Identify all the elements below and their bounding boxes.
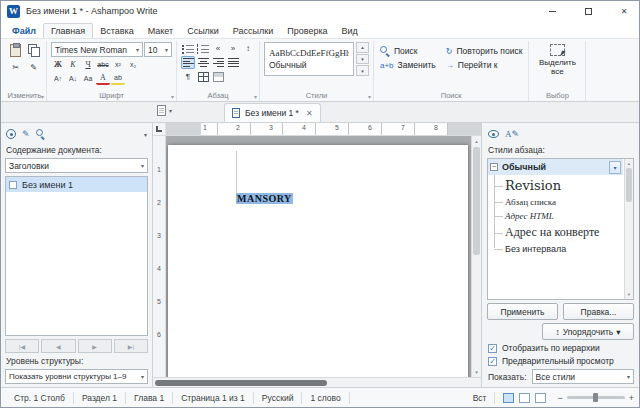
menu-file[interactable]: Файл (5, 24, 43, 38)
scroll-down-icon[interactable]: ▾ (625, 292, 633, 297)
preview-checkbox-row[interactable]: ✓ Предварительный просмотр (487, 356, 634, 366)
show-styles-select[interactable]: Все стили ▾ (532, 369, 635, 384)
change-case-button[interactable]: Аа (81, 72, 95, 85)
grow-font-button[interactable]: А↑ (51, 72, 65, 85)
font-size-select[interactable]: 10 ▾ (144, 42, 172, 57)
select-all-button[interactable]: Выделить все (533, 42, 581, 76)
align-left-button[interactable] (181, 56, 195, 69)
menu-references[interactable]: Ссылки (180, 24, 226, 38)
menu-review[interactable]: Проверка (280, 24, 334, 38)
scrollbar-thumb[interactable] (626, 168, 632, 202)
dialog-launcher-icon[interactable]: ▾ (254, 93, 257, 100)
tab-stop-selector-icon[interactable] (156, 126, 162, 132)
menu-mailings[interactable]: Рассылки (226, 24, 280, 38)
panel-menu-icon[interactable]: ▾ (144, 131, 147, 138)
style-item-list-paragraph[interactable]: Абзац списка (488, 195, 623, 209)
nav-first-button[interactable]: |◀ (5, 339, 39, 353)
copy-button[interactable] (26, 44, 41, 57)
align-justify-button[interactable] (226, 56, 240, 69)
collapse-icon[interactable]: − (490, 163, 498, 171)
style-dropdown-button[interactable]: ▾ (609, 161, 621, 174)
strikethrough-button[interactable]: abc (96, 58, 110, 71)
style-gallery-item[interactable]: AaBbCcDdEeFfGgHhIiJj Обычный (264, 42, 354, 76)
style-item-normal[interactable]: − Обычный ▾ (488, 159, 623, 175)
close-tab-icon[interactable]: ✕ (306, 109, 313, 118)
status-language[interactable]: Русский (254, 392, 303, 404)
outline-filter-select[interactable]: Заголовки ▾ (5, 158, 148, 173)
vertical-scrollbar[interactable]: ▴ ▾ (471, 136, 481, 377)
document-page[interactable]: MANSORY (168, 145, 468, 377)
nav-prev-button[interactable]: ◀ (41, 339, 75, 353)
horizontal-ruler[interactable]: 1 2 3 4 5 6 7 8 (153, 123, 481, 136)
menu-insert[interactable]: Вставка (93, 24, 140, 38)
selected-text[interactable]: MANSORY (236, 193, 293, 204)
menu-layout[interactable]: Макет (141, 24, 180, 38)
dialog-launcher-icon[interactable]: ▾ (41, 93, 44, 100)
cut-button[interactable]: ✂ (9, 61, 23, 74)
search-icon[interactable] (36, 129, 46, 139)
dialog-launcher-icon[interactable]: ▾ (368, 93, 371, 100)
highlight-button[interactable]: ab (111, 72, 125, 85)
styles-scroll-down-button[interactable]: ▾ (356, 54, 369, 65)
format-painter-button[interactable]: ✎ (27, 61, 41, 74)
repeat-search-button[interactable]: ↻Повторить поиск (446, 46, 523, 56)
zoom-slider-thumb[interactable] (593, 393, 598, 402)
menu-home[interactable]: Главная (43, 23, 93, 38)
font-family-select[interactable]: Times New Roman ▾ (51, 42, 143, 57)
web-layout-view-button[interactable] (519, 393, 530, 403)
line-spacing-button[interactable]: ↕ (241, 42, 255, 55)
apply-style-button[interactable]: Применить (487, 303, 558, 320)
scroll-up-icon[interactable]: ▴ (625, 161, 633, 166)
superscript-button[interactable]: x² (111, 58, 125, 71)
menu-view[interactable]: Вид (335, 24, 365, 38)
scrollbar-thumb[interactable] (155, 380, 327, 386)
styles-gallery-expand-button[interactable]: ▾ (356, 65, 369, 76)
document-page-icon[interactable] (157, 105, 166, 116)
style-item-html-address[interactable]: Адрес HTML (488, 209, 623, 223)
preview-checkbox[interactable]: ✓ (488, 357, 497, 366)
italic-button[interactable]: К (66, 58, 80, 71)
item-checkbox[interactable] (9, 181, 17, 189)
zoom-in-button[interactable]: + (629, 393, 634, 403)
navigate-icon[interactable] (6, 129, 16, 139)
borders-button[interactable] (196, 70, 210, 83)
font-color-button[interactable]: А (96, 72, 110, 85)
nav-next-button[interactable]: ▶ (78, 339, 112, 353)
find-button[interactable]: Поиск (380, 46, 436, 56)
zoom-out-button[interactable]: − (557, 393, 562, 403)
bullet-list-button[interactable] (181, 42, 195, 55)
shrink-font-button[interactable]: А↓ (66, 72, 80, 85)
document-tab[interactable]: Без имени 1 * ✕ (224, 103, 321, 122)
edit-style-button[interactable]: Правка... (563, 303, 634, 320)
document-canvas[interactable]: MANSORY (166, 136, 471, 377)
dialog-launcher-icon[interactable]: ▾ (171, 93, 174, 100)
goto-button[interactable]: →Перейти к (446, 60, 523, 70)
close-button[interactable]: ✕ (609, 1, 639, 21)
styles-scrollbar[interactable]: ▴ ▾ (624, 159, 633, 299)
minimize-button[interactable] (537, 1, 567, 21)
draft-view-button[interactable] (535, 393, 546, 403)
replace-button[interactable]: a+bЗаменить (380, 60, 436, 70)
hierarchy-checkbox-row[interactable]: ✓ Отобразить по иерархии (487, 343, 634, 353)
styles-scroll-up-button[interactable]: ▴ (356, 42, 369, 53)
align-right-button[interactable] (211, 56, 225, 69)
nav-last-button[interactable]: ▶| (114, 339, 148, 353)
subscript-button[interactable]: x₂ (126, 58, 140, 71)
scrollbar-thumb[interactable] (473, 147, 480, 255)
style-item-no-spacing[interactable]: Без интервала (488, 242, 623, 256)
chevron-down-icon[interactable]: ▾ (169, 107, 172, 114)
shading-button[interactable] (211, 70, 225, 83)
status-insert-mode[interactable]: Вст (465, 392, 496, 404)
numbered-list-button[interactable] (196, 42, 210, 55)
arrange-button[interactable]: ↕Упорядочить▾ (542, 323, 634, 340)
scroll-up-icon[interactable]: ▴ (472, 138, 481, 144)
underline-button[interactable]: Ч (81, 58, 95, 71)
zoom-slider[interactable] (567, 396, 625, 399)
edit-outline-icon[interactable]: ✎ (22, 129, 30, 139)
align-center-button[interactable] (196, 56, 210, 69)
style-edit-icon[interactable]: А✎ (505, 129, 519, 139)
bold-button[interactable]: Ж (51, 58, 65, 71)
pilcrow-button[interactable]: ¶ (181, 70, 195, 83)
vertical-ruler[interactable]: 1 2 3 4 5 6 (153, 136, 166, 377)
indent-button[interactable]: » (226, 42, 240, 55)
